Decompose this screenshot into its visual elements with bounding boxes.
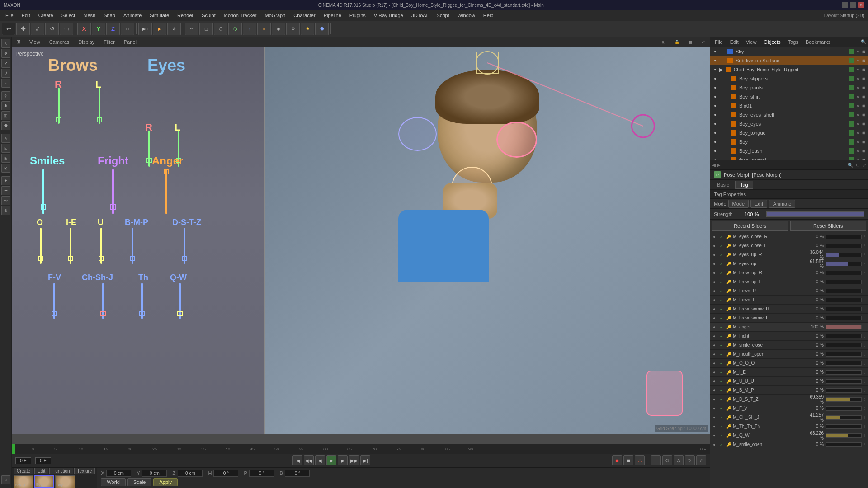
morph-anim-17[interactable]: 🔑: [726, 387, 732, 394]
morph-eye-18[interactable]: ●: [711, 396, 717, 403]
toolbar-mode-undo[interactable]: ↩: [2, 23, 15, 35]
thumb-1[interactable]: Boy_J: [14, 475, 33, 488]
shirt-render[interactable]: ⊞: [861, 94, 866, 99]
morph-check-12[interactable]: ✓: [718, 342, 725, 348]
menu-window[interactable]: Window: [454, 12, 479, 19]
left-icon-10[interactable]: ∿: [1, 134, 10, 143]
morph-check-8[interactable]: ✓: [718, 306, 725, 312]
morph-eye-8[interactable]: ●: [711, 306, 717, 312]
strength-bar[interactable]: [766, 211, 864, 217]
handle-th[interactable]: [139, 311, 145, 316]
morph-bar-1[interactable]: [826, 244, 862, 248]
boy-lock[interactable]: ✕: [855, 67, 860, 72]
morph-item-3[interactable]: ● ✓ 🔑 M_eyes_up_L 61.587 % ⋮: [710, 259, 868, 268]
toolbar-draw-8[interactable]: ⚙: [286, 23, 300, 35]
handle-dstz[interactable]: [182, 256, 187, 261]
tongue-render[interactable]: ⊞: [861, 130, 866, 136]
toolbar-render-region[interactable]: ▶□: [138, 23, 152, 35]
thumb-2[interactable]: Boy_: [34, 475, 54, 488]
handle-fright[interactable]: [110, 204, 116, 210]
morph-item-18[interactable]: ● ✓ 🔑 M_D_S_T_Z 69.359 % ⋮: [710, 395, 868, 404]
bip-vis[interactable]: [849, 103, 854, 108]
morph-check-7[interactable]: ✓: [718, 297, 725, 303]
menu-3dtoall[interactable]: 3DToAll: [408, 12, 432, 19]
left-icon-4[interactable]: ↺: [1, 69, 10, 78]
morph-check-3[interactable]: ✓: [718, 261, 725, 267]
menu-create[interactable]: Create: [35, 12, 57, 19]
shirt-vis[interactable]: [849, 94, 854, 99]
apply-button[interactable]: Apply: [153, 478, 178, 486]
morph-anim-2[interactable]: 🔑: [726, 252, 732, 258]
frame-start-display[interactable]: 0 F: [15, 457, 31, 464]
morph-item-10[interactable]: ● ✓ 🔑 M_anger 100 % ⋮: [710, 323, 868, 332]
handle-ie[interactable]: [68, 256, 73, 261]
menu-character[interactable]: Character: [290, 12, 319, 19]
handle-anger[interactable]: [164, 169, 169, 174]
pants-lock[interactable]: ✕: [855, 85, 860, 90]
menu-mesh[interactable]: Mesh: [80, 12, 99, 19]
left-icon-11[interactable]: ⊡: [1, 144, 10, 153]
scene-file-menu[interactable]: File: [712, 39, 726, 45]
morph-eye-13[interactable]: ●: [711, 351, 717, 357]
toolbar-transform[interactable]: ↔↕: [60, 23, 73, 35]
left-icon-13[interactable]: ⊠: [1, 164, 10, 173]
scene-view-menu[interactable]: View: [743, 39, 760, 45]
morph-check-15[interactable]: ✓: [718, 369, 725, 375]
morph-item-23[interactable]: ● ✓ 🔑 M_smile_open 0 % ⋮: [710, 440, 868, 449]
left-icon-14[interactable]: ✦: [1, 176, 10, 185]
props-settings-icon[interactable]: ⚙: [856, 163, 860, 168]
morph-item-12[interactable]: ● ✓ 🔑 M_smile_close 0 % ⋮: [710, 341, 868, 350]
morph-check-16[interactable]: ✓: [718, 378, 725, 385]
scene-edit-menu[interactable]: Edit: [727, 39, 741, 45]
morph-eye-15[interactable]: ●: [711, 369, 717, 375]
vp-render-button[interactable]: ▦: [686, 39, 695, 45]
morph-anim-18[interactable]: 🔑: [726, 396, 732, 403]
boy-vis[interactable]: [849, 67, 854, 72]
scene-item-bip01[interactable]: ● Bip01 ✕ ⊞: [710, 101, 868, 110]
mode-edit-button[interactable]: Edit: [750, 200, 767, 208]
morph-anim-12[interactable]: 🔑: [726, 342, 732, 348]
morph-bar-0[interactable]: [826, 235, 862, 239]
minimize-button[interactable]: —: [842, 2, 848, 8]
morph-bar-15[interactable]: [826, 370, 862, 375]
toolbar-model-mode[interactable]: □: [121, 23, 134, 35]
morph-eye-22[interactable]: ●: [711, 432, 717, 439]
morph-bar-9[interactable]: [826, 316, 862, 320]
morph-check-1[interactable]: ✓: [718, 243, 725, 249]
edit-button[interactable]: Edit: [34, 468, 48, 474]
morph-item-11[interactable]: ● ✓ 🔑 M_fright 0 % ⋮: [710, 332, 868, 341]
morph-item-21[interactable]: ● ✓ 🔑 M_Th_Th_Th 0 % ⋮: [710, 422, 868, 431]
sub-render[interactable]: ⊞: [861, 58, 866, 63]
morph-bar-16[interactable]: [826, 379, 862, 384]
toolbar-draw-10[interactable]: ⬟: [315, 23, 329, 35]
sub-vis[interactable]: [849, 58, 854, 63]
scale-button[interactable]: Scale: [127, 478, 152, 486]
mode-animate-button[interactable]: Animate: [769, 200, 795, 208]
scene-tags-menu[interactable]: Tags: [785, 39, 801, 45]
morph-anim-14[interactable]: 🔑: [726, 360, 732, 366]
morph-item-20[interactable]: ● ✓ 🔑 M_CH_SH_J 41.257 % ⋮: [710, 413, 868, 422]
morph-eye-21[interactable]: ●: [711, 423, 717, 430]
morph-check-0[interactable]: ✓: [718, 234, 725, 240]
viewport-canvas[interactable]: Perspective Brows Eyes R L R L: [12, 47, 710, 434]
transport-loop-button[interactable]: ↻: [685, 455, 695, 465]
toolbar-draw-7[interactable]: ◈: [272, 23, 285, 35]
left-icon-7[interactable]: ✱: [1, 101, 10, 110]
morph-check-18[interactable]: ✓: [718, 396, 725, 403]
toolbar-y-axis[interactable]: Y: [92, 23, 105, 35]
handle-eye-r[interactable]: [146, 158, 152, 163]
toolbar-draw-9[interactable]: ★: [301, 23, 314, 35]
coord-b-input[interactable]: [285, 470, 310, 477]
morph-check-6[interactable]: ✓: [718, 288, 725, 294]
menu-vray[interactable]: V-Ray Bridge: [370, 12, 407, 19]
left-icon-17[interactable]: ⊕: [1, 206, 10, 215]
transport-play-fwd-button[interactable]: ▶: [326, 455, 336, 465]
morph-item-16[interactable]: ● ✓ 🔑 M_U_U_U 0 % ⋮: [710, 377, 868, 386]
toolbar-z-axis[interactable]: Z: [106, 23, 120, 35]
morph-bar-19[interactable]: [826, 406, 862, 411]
coord-p-input[interactable]: [249, 470, 274, 477]
vp-filter-menu[interactable]: Filter: [101, 39, 117, 45]
coord-x-input[interactable]: [106, 470, 131, 477]
boy-render[interactable]: ⊞: [861, 67, 866, 72]
morph-item-5[interactable]: ● ✓ 🔑 M_brow_up_L 0 % ⋮: [710, 277, 868, 286]
